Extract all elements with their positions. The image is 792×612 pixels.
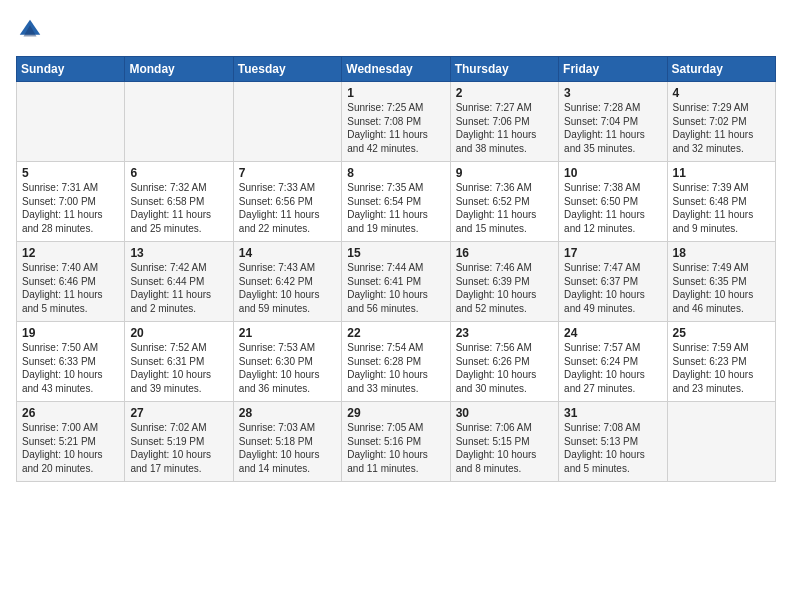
calendar-cell: 9Sunrise: 7:36 AM Sunset: 6:52 PM Daylig… (450, 162, 558, 242)
calendar-cell: 1Sunrise: 7:25 AM Sunset: 7:08 PM Daylig… (342, 82, 450, 162)
day-info: Sunrise: 7:43 AM Sunset: 6:42 PM Dayligh… (239, 261, 337, 315)
header-day-friday: Friday (559, 57, 667, 82)
calendar-header: SundayMondayTuesdayWednesdayThursdayFrid… (17, 57, 776, 82)
day-info: Sunrise: 7:05 AM Sunset: 5:16 PM Dayligh… (347, 421, 445, 475)
calendar-cell (17, 82, 125, 162)
day-number: 12 (22, 246, 120, 260)
day-number: 6 (130, 166, 228, 180)
day-info: Sunrise: 7:56 AM Sunset: 6:26 PM Dayligh… (456, 341, 554, 395)
day-info: Sunrise: 7:33 AM Sunset: 6:56 PM Dayligh… (239, 181, 337, 235)
day-info: Sunrise: 7:46 AM Sunset: 6:39 PM Dayligh… (456, 261, 554, 315)
calendar-cell (233, 82, 341, 162)
day-number: 20 (130, 326, 228, 340)
day-info: Sunrise: 7:35 AM Sunset: 6:54 PM Dayligh… (347, 181, 445, 235)
calendar-cell: 7Sunrise: 7:33 AM Sunset: 6:56 PM Daylig… (233, 162, 341, 242)
calendar-cell: 31Sunrise: 7:08 AM Sunset: 5:13 PM Dayli… (559, 402, 667, 482)
day-info: Sunrise: 7:50 AM Sunset: 6:33 PM Dayligh… (22, 341, 120, 395)
day-info: Sunrise: 7:40 AM Sunset: 6:46 PM Dayligh… (22, 261, 120, 315)
day-number: 18 (673, 246, 771, 260)
calendar-cell: 26Sunrise: 7:00 AM Sunset: 5:21 PM Dayli… (17, 402, 125, 482)
day-info: Sunrise: 7:06 AM Sunset: 5:15 PM Dayligh… (456, 421, 554, 475)
day-info: Sunrise: 7:03 AM Sunset: 5:18 PM Dayligh… (239, 421, 337, 475)
logo (16, 16, 48, 44)
week-row-1: 1Sunrise: 7:25 AM Sunset: 7:08 PM Daylig… (17, 82, 776, 162)
day-info: Sunrise: 7:38 AM Sunset: 6:50 PM Dayligh… (564, 181, 662, 235)
day-number: 14 (239, 246, 337, 260)
calendar-cell: 25Sunrise: 7:59 AM Sunset: 6:23 PM Dayli… (667, 322, 775, 402)
day-number: 1 (347, 86, 445, 100)
calendar-cell: 17Sunrise: 7:47 AM Sunset: 6:37 PM Dayli… (559, 242, 667, 322)
logo-icon (16, 16, 44, 44)
day-number: 17 (564, 246, 662, 260)
header-day-sunday: Sunday (17, 57, 125, 82)
calendar-cell: 10Sunrise: 7:38 AM Sunset: 6:50 PM Dayli… (559, 162, 667, 242)
day-info: Sunrise: 7:32 AM Sunset: 6:58 PM Dayligh… (130, 181, 228, 235)
day-info: Sunrise: 7:08 AM Sunset: 5:13 PM Dayligh… (564, 421, 662, 475)
calendar-cell: 2Sunrise: 7:27 AM Sunset: 7:06 PM Daylig… (450, 82, 558, 162)
day-info: Sunrise: 7:39 AM Sunset: 6:48 PM Dayligh… (673, 181, 771, 235)
day-number: 30 (456, 406, 554, 420)
calendar-cell: 8Sunrise: 7:35 AM Sunset: 6:54 PM Daylig… (342, 162, 450, 242)
day-number: 5 (22, 166, 120, 180)
day-info: Sunrise: 7:52 AM Sunset: 6:31 PM Dayligh… (130, 341, 228, 395)
day-number: 23 (456, 326, 554, 340)
day-number: 31 (564, 406, 662, 420)
calendar-cell: 22Sunrise: 7:54 AM Sunset: 6:28 PM Dayli… (342, 322, 450, 402)
day-info: Sunrise: 7:29 AM Sunset: 7:02 PM Dayligh… (673, 101, 771, 155)
day-info: Sunrise: 7:53 AM Sunset: 6:30 PM Dayligh… (239, 341, 337, 395)
calendar-cell: 27Sunrise: 7:02 AM Sunset: 5:19 PM Dayli… (125, 402, 233, 482)
week-row-4: 19Sunrise: 7:50 AM Sunset: 6:33 PM Dayli… (17, 322, 776, 402)
calendar-table: SundayMondayTuesdayWednesdayThursdayFrid… (16, 56, 776, 482)
calendar-cell: 6Sunrise: 7:32 AM Sunset: 6:58 PM Daylig… (125, 162, 233, 242)
day-number: 15 (347, 246, 445, 260)
day-number: 19 (22, 326, 120, 340)
day-number: 13 (130, 246, 228, 260)
week-row-3: 12Sunrise: 7:40 AM Sunset: 6:46 PM Dayli… (17, 242, 776, 322)
day-info: Sunrise: 7:00 AM Sunset: 5:21 PM Dayligh… (22, 421, 120, 475)
calendar-cell: 5Sunrise: 7:31 AM Sunset: 7:00 PM Daylig… (17, 162, 125, 242)
day-number: 25 (673, 326, 771, 340)
calendar-cell: 20Sunrise: 7:52 AM Sunset: 6:31 PM Dayli… (125, 322, 233, 402)
day-number: 2 (456, 86, 554, 100)
header-day-thursday: Thursday (450, 57, 558, 82)
week-row-2: 5Sunrise: 7:31 AM Sunset: 7:00 PM Daylig… (17, 162, 776, 242)
day-info: Sunrise: 7:59 AM Sunset: 6:23 PM Dayligh… (673, 341, 771, 395)
calendar-cell: 18Sunrise: 7:49 AM Sunset: 6:35 PM Dayli… (667, 242, 775, 322)
day-number: 29 (347, 406, 445, 420)
header-day-saturday: Saturday (667, 57, 775, 82)
day-info: Sunrise: 7:49 AM Sunset: 6:35 PM Dayligh… (673, 261, 771, 315)
calendar-cell (125, 82, 233, 162)
calendar-cell: 29Sunrise: 7:05 AM Sunset: 5:16 PM Dayli… (342, 402, 450, 482)
header-day-wednesday: Wednesday (342, 57, 450, 82)
day-info: Sunrise: 7:02 AM Sunset: 5:19 PM Dayligh… (130, 421, 228, 475)
day-number: 16 (456, 246, 554, 260)
calendar-cell (667, 402, 775, 482)
day-number: 21 (239, 326, 337, 340)
calendar-cell: 14Sunrise: 7:43 AM Sunset: 6:42 PM Dayli… (233, 242, 341, 322)
calendar-cell: 13Sunrise: 7:42 AM Sunset: 6:44 PM Dayli… (125, 242, 233, 322)
calendar-cell: 16Sunrise: 7:46 AM Sunset: 6:39 PM Dayli… (450, 242, 558, 322)
calendar-cell: 28Sunrise: 7:03 AM Sunset: 5:18 PM Dayli… (233, 402, 341, 482)
calendar-cell: 23Sunrise: 7:56 AM Sunset: 6:26 PM Dayli… (450, 322, 558, 402)
day-number: 22 (347, 326, 445, 340)
day-number: 10 (564, 166, 662, 180)
day-info: Sunrise: 7:28 AM Sunset: 7:04 PM Dayligh… (564, 101, 662, 155)
calendar-cell: 24Sunrise: 7:57 AM Sunset: 6:24 PM Dayli… (559, 322, 667, 402)
calendar-cell: 19Sunrise: 7:50 AM Sunset: 6:33 PM Dayli… (17, 322, 125, 402)
day-info: Sunrise: 7:44 AM Sunset: 6:41 PM Dayligh… (347, 261, 445, 315)
day-info: Sunrise: 7:27 AM Sunset: 7:06 PM Dayligh… (456, 101, 554, 155)
day-number: 24 (564, 326, 662, 340)
calendar-cell: 3Sunrise: 7:28 AM Sunset: 7:04 PM Daylig… (559, 82, 667, 162)
day-number: 11 (673, 166, 771, 180)
day-info: Sunrise: 7:31 AM Sunset: 7:00 PM Dayligh… (22, 181, 120, 235)
day-number: 7 (239, 166, 337, 180)
day-info: Sunrise: 7:42 AM Sunset: 6:44 PM Dayligh… (130, 261, 228, 315)
calendar-body: 1Sunrise: 7:25 AM Sunset: 7:08 PM Daylig… (17, 82, 776, 482)
day-number: 27 (130, 406, 228, 420)
day-number: 8 (347, 166, 445, 180)
calendar-cell: 15Sunrise: 7:44 AM Sunset: 6:41 PM Dayli… (342, 242, 450, 322)
calendar-cell: 30Sunrise: 7:06 AM Sunset: 5:15 PM Dayli… (450, 402, 558, 482)
calendar-cell: 12Sunrise: 7:40 AM Sunset: 6:46 PM Dayli… (17, 242, 125, 322)
day-info: Sunrise: 7:25 AM Sunset: 7:08 PM Dayligh… (347, 101, 445, 155)
header-day-monday: Monday (125, 57, 233, 82)
